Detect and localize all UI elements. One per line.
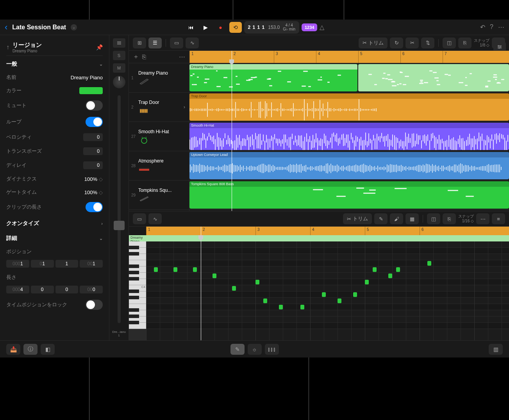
editor-copy-button[interactable]: ⎘ [443,213,456,224]
playhead[interactable] [232,51,232,211]
volume-fader[interactable] [118,95,121,323]
grid-view-button[interactable]: ⊞ [133,38,146,48]
loop-toggle[interactable] [86,117,103,127]
midi-note[interactable] [193,267,197,272]
pos-beat[interactable]: 01 [31,260,54,268]
midi-note[interactable] [365,280,369,284]
midi-note[interactable] [373,267,377,272]
pin-icon[interactable]: 📌 [96,44,103,50]
record-button[interactable]: ● [214,22,227,33]
editor-brush-button[interactable]: 🖌 [390,213,403,224]
cliplength-toggle[interactable] [86,202,103,212]
track-header[interactable]: 1 Dreamy Piano [129,63,189,93]
track-lane[interactable]: Trap Door [189,93,509,122]
track-lane[interactable]: Dreamy Piano [189,63,509,93]
midi-note[interactable] [255,280,259,284]
piano-keyboard[interactable]: Dreamy Piano C4 [129,227,146,340]
inspector-up-button[interactable]: ↑ [6,44,9,51]
pos-div[interactable]: 1 [55,260,79,268]
section-general[interactable]: 一般⌄ [6,56,103,71]
track-lane[interactable]: Uptown Conveyor Lead [189,151,509,181]
track-header[interactable]: 29 Tompkins Squ... [129,181,189,210]
piano-roll-playhead[interactable] [201,227,201,340]
len-bar[interactable]: 0004 [6,286,29,293]
midi-note[interactable] [353,292,357,297]
keyboard-button[interactable]: ▥ [489,344,503,355]
section-details[interactable]: 詳細⌄ [6,230,103,245]
info-button[interactable]: ⓘ [23,344,38,355]
editor-select-button[interactable]: ◫ [427,213,440,224]
delay-value[interactable]: 0 [83,161,103,169]
region[interactable]: Dreamy Piano [189,64,357,91]
lock-toggle[interactable] [86,300,103,310]
chevron-right-icon[interactable]: › [184,104,185,110]
smart-controls-button[interactable]: ☼ [248,344,262,355]
automation-button[interactable]: ∿ [186,38,199,48]
mute-button[interactable]: M [113,63,125,73]
len-tick tick[interactable]: 000 [80,286,103,293]
undo-button[interactable]: ↶ [480,23,485,31]
metronome-button[interactable]: △ [320,23,324,31]
region[interactable]: Uptown Conveyor Lead [189,152,509,179]
rewind-button[interactable]: ⏮ [185,22,197,33]
strip-settings-button[interactable] [113,38,125,48]
editor-region-button[interactable]: ▭ [133,213,146,224]
region-tool-button[interactable]: ▭ [170,38,183,48]
duplicate-track-button[interactable]: ⎘ [142,54,146,61]
midi-note[interactable] [322,292,326,297]
timeline-ruler[interactable]: 1234567 [189,51,509,63]
select-tool-button[interactable]: ◫ [443,38,456,48]
lcd-display[interactable]: 2 1 1 1 153.0 4 / 4G♭ min [244,21,299,34]
browser-button[interactable]: ◧ [41,344,55,355]
track-header[interactable]: 28 Atmosphere [129,151,189,181]
scissors-button[interactable]: ✂ [405,38,419,48]
midi-note[interactable] [263,298,267,303]
color-swatch[interactable] [79,87,103,94]
region[interactable]: Tompkins Square 808 Bass [189,181,509,209]
list-view-button[interactable]: ☰ [148,38,162,48]
midi-note[interactable] [154,267,158,272]
trim-tool-button[interactable]: ✂ トリム [359,38,388,48]
play-button[interactable]: ▶ [200,22,212,33]
region[interactable]: Trap Door [189,93,509,121]
pos-bar[interactable]: 00000011 [6,260,29,268]
project-menu-chevron[interactable]: ⌄ [71,24,77,30]
midi-note[interactable] [173,267,177,272]
transpose-value[interactable]: 0 [83,147,103,155]
mixer-button[interactable]: ⫿⫿⫿ [265,344,279,355]
velocity-value[interactable]: 0 [83,133,103,141]
library-button[interactable]: 📥 [6,344,20,355]
snap-selector[interactable]: スナップ1/8 ◇ [474,38,489,48]
len-div[interactable]: 0 [55,286,79,293]
loop-tool-button[interactable]: ↻ [390,38,403,48]
more-menu-button[interactable]: ⋯ [498,23,504,31]
editor-velocity-button[interactable]: ▦ [405,213,419,224]
track-header[interactable]: 2 Trap Door › [129,93,189,122]
midi-note[interactable] [213,273,216,278]
solo-button[interactable]: S [113,51,125,60]
move-tool-button[interactable]: ⇅ [421,38,434,48]
track-options-button[interactable]: ⋯ [179,53,185,61]
pan-knob[interactable] [113,76,125,88]
midi-note[interactable] [338,298,341,303]
add-track-button[interactable]: ＋ [133,53,139,61]
midi-note[interactable] [388,273,392,278]
midi-note[interactable] [232,286,236,291]
editor-handle-button[interactable]: ≡ [492,213,505,224]
midi-note[interactable] [279,305,283,309]
midi-note[interactable] [396,267,400,272]
editor-snap-selector[interactable]: スナップ1/16 ◇ [458,214,474,223]
pos-tick[interactable]: 001 [80,260,103,268]
count-in-button[interactable]: 1234 [302,23,317,31]
midi-note[interactable] [427,261,431,266]
editor-trim-button[interactable]: ✂ トリム [343,213,372,224]
section-quantize[interactable]: クオンタイズ› [6,215,103,230]
editor-pencil-button[interactable]: ✎ [374,213,388,224]
gatetime-value[interactable]: 100% [84,189,97,195]
edit-tool-button[interactable]: ✎ [230,344,245,355]
track-lane[interactable]: Smooth Hi-Hat [189,122,509,151]
editor-more-button[interactable]: ⋯ [476,213,489,224]
track-lane[interactable]: Tompkins Square 808 Bass [189,181,509,210]
midi-note[interactable] [300,305,304,309]
name-value[interactable]: Dreamy Piano [71,75,103,80]
